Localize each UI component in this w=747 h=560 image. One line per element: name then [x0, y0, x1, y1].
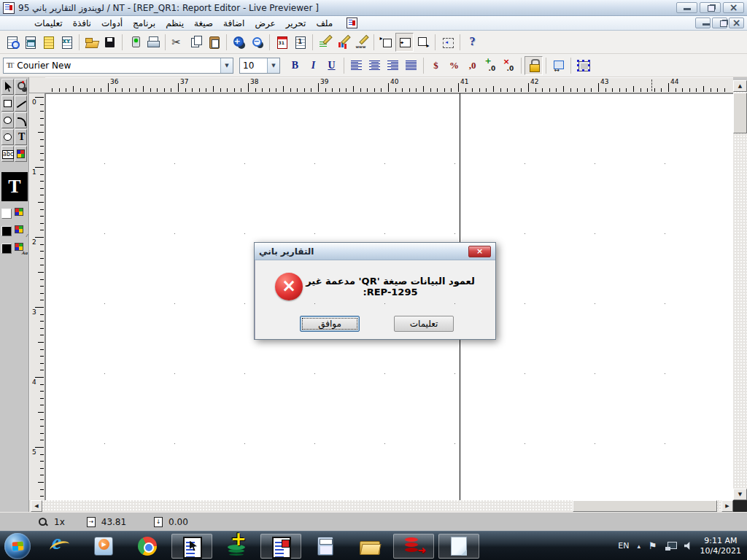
menu-item-help[interactable]: تعليمات [29, 18, 68, 29]
edit-hyperlink-button[interactable] [352, 33, 371, 52]
taskbar-report-editor[interactable] [260, 534, 301, 559]
clock[interactable]: 9:11 AM 10/4/2021 [700, 536, 741, 556]
copy-button[interactable] [187, 33, 205, 52]
flex-mode-button[interactable] [395, 33, 414, 52]
tool-line[interactable] [15, 96, 27, 112]
insert-page-number-button[interactable] [291, 33, 309, 52]
dialog-title-bar[interactable]: ⁦باني⁩ ⁦التقارير⁩ × [255, 243, 495, 260]
mdi-close-button[interactable] [729, 18, 744, 28]
remove-decimal-button[interactable] [500, 56, 518, 75]
action-center-icon[interactable]: ⚑ [649, 540, 657, 551]
margin-mode-button[interactable] [438, 33, 457, 52]
taskbar-notepad[interactable] [438, 534, 479, 559]
tool-graph[interactable] [15, 146, 27, 162]
percent-button[interactable]: % [445, 56, 463, 75]
start-button[interactable] [4, 533, 31, 559]
confine-mode-button[interactable] [377, 33, 395, 52]
font-name-combo[interactable]: TT Courier New ▼ [3, 58, 233, 74]
menu-item-insert[interactable]: اضافة [218, 18, 249, 29]
fill-color-swatch[interactable] [1, 209, 12, 219]
title-bar[interactable]: 95 ⁦باني⁩ ⁦التقارير⁩ ⁦لويندوز⁩ / NT - [R… [0, 0, 747, 16]
taskbar-file-explorer[interactable] [357, 534, 382, 559]
help-button[interactable]: تعليمات [394, 316, 454, 332]
tool-rectangle[interactable] [1, 96, 14, 112]
expand-mode-button[interactable] [414, 33, 432, 52]
text-color-swatch[interactable] [1, 244, 12, 254]
horizontal-scrollbar[interactable]: ◀ ▶ [29, 500, 733, 512]
print-button[interactable] [144, 33, 162, 52]
insert-date-button[interactable] [273, 33, 291, 52]
help-button[interactable] [463, 33, 481, 52]
mdi-child-icon[interactable] [347, 18, 357, 28]
line-color-swatch[interactable] [1, 226, 12, 236]
chevron-down-icon[interactable]: ▼ [267, 58, 279, 73]
edit-text-button[interactable] [316, 33, 334, 52]
menu-item-view[interactable]: عرض [249, 18, 280, 29]
menu-item-format[interactable]: صيغة [189, 18, 218, 29]
tool-ellipse[interactable] [1, 112, 14, 128]
mdi-minimize-button[interactable] [695, 18, 711, 28]
parameter-form-button[interactable] [58, 33, 76, 52]
menu-item-file[interactable]: ملف [311, 18, 338, 29]
dialog-close-button[interactable]: × [468, 246, 491, 257]
taskbar-internet-explorer[interactable] [47, 534, 72, 559]
borders-button[interactable] [574, 56, 592, 75]
comma-button[interactable]: ,0 [463, 56, 481, 75]
paste-button[interactable] [205, 33, 223, 52]
tool-field[interactable] [1, 146, 14, 162]
zoom-out-button[interactable] [248, 33, 266, 52]
align-right-button[interactable] [384, 56, 402, 75]
menu-item-program[interactable]: برنامج [128, 18, 160, 29]
edit-chart-button[interactable] [334, 33, 352, 52]
minimize-button[interactable] [676, 2, 697, 13]
line-color-picker[interactable]: / [14, 225, 27, 237]
menu-item-edit[interactable]: تحرير [281, 18, 311, 29]
language-indicator[interactable]: EN [618, 541, 629, 551]
menu-item-tools[interactable]: أدوات [96, 18, 128, 29]
underline-button[interactable]: U [322, 56, 341, 75]
bold-button[interactable]: B [286, 56, 304, 75]
align-left-button[interactable] [347, 56, 365, 75]
scroll-down-button[interactable]: ▼ [733, 489, 747, 500]
fill-color-picker[interactable] [14, 207, 27, 219]
taskbar-report-builder[interactable] [171, 534, 212, 559]
report-canvas[interactable]: ⁦باني⁩ ⁦التقارير⁩ × × ⁦غير⁩ ⁦مدعمة⁩ 'QR'… [45, 93, 733, 500]
menu-item-arrange[interactable]: ينظم [160, 18, 189, 29]
currency-button[interactable]: $ [427, 56, 445, 75]
scroll-left-button[interactable]: ◀ [31, 500, 42, 512]
tool-rounded-rectangle[interactable] [1, 129, 14, 145]
run-report-button[interactable] [125, 33, 144, 52]
scroll-up-button[interactable]: ▲ [733, 80, 747, 92]
horizontal-scroll-thumb[interactable] [573, 500, 717, 512]
tool-text[interactable] [15, 129, 27, 145]
align-justify-button[interactable] [402, 56, 420, 75]
fit-width-button[interactable] [549, 56, 568, 75]
menu-item-window[interactable]: نافذة [68, 18, 96, 29]
zoom-in-button[interactable] [230, 33, 248, 52]
report-wizard-button[interactable] [3, 33, 21, 52]
add-decimal-button[interactable] [481, 56, 500, 75]
cut-button[interactable] [169, 33, 187, 52]
show-hidden-icons-button[interactable]: ▴ [637, 542, 640, 550]
mdi-restore-button[interactable] [712, 18, 727, 28]
restore-button[interactable] [700, 2, 721, 13]
save-button[interactable] [101, 33, 119, 52]
vertical-scroll-thumb[interactable] [733, 93, 747, 133]
vertical-scrollbar[interactable]: ▲ ▼ [733, 80, 747, 500]
lock-button[interactable] [525, 56, 543, 75]
taskbar-chrome[interactable] [135, 534, 160, 559]
font-size-combo[interactable]: 10 ▼ [239, 58, 280, 74]
taskbar-media-player[interactable] [91, 534, 116, 559]
paper-layout-button[interactable] [39, 33, 58, 52]
tool-arc[interactable] [15, 112, 27, 128]
network-icon[interactable] [665, 542, 676, 551]
chevron-down-icon[interactable]: ▼ [220, 58, 233, 73]
taskbar-calculator[interactable] [313, 534, 338, 559]
tool-magnify[interactable] [15, 79, 27, 95]
taskbar-database-add[interactable] [224, 534, 249, 559]
text-style-indicator[interactable]: T [1, 172, 28, 201]
ok-button[interactable]: موافق [300, 316, 360, 332]
text-color-picker[interactable]: Aa [14, 242, 27, 254]
volume-icon[interactable] [684, 542, 692, 551]
close-button[interactable] [723, 2, 744, 13]
